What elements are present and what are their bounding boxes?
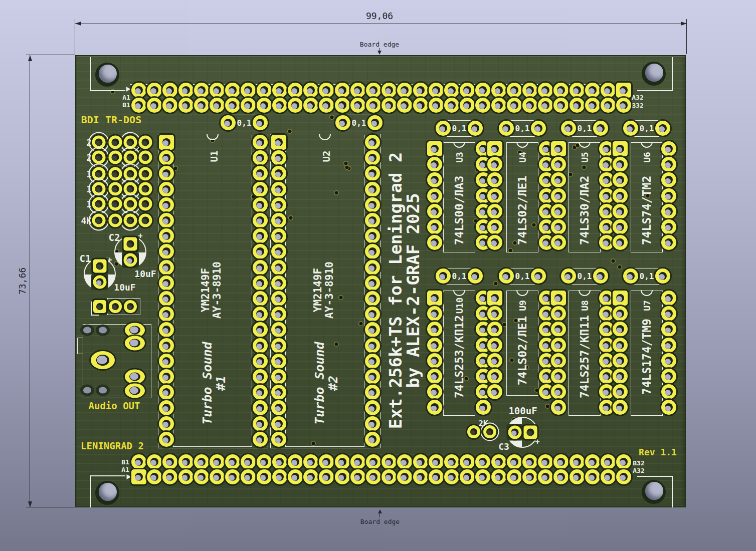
- edge-connector-pad-top-b[interactable]: [288, 98, 303, 113]
- edge-connector-pad-top-b[interactable]: [257, 98, 272, 113]
- edge-connector-pad-bottom-b[interactable]: [460, 454, 475, 469]
- dip40-pad[interactable]: [253, 197, 268, 212]
- edge-connector-pad-top-a[interactable]: [585, 83, 600, 98]
- dip40-pad[interactable]: [365, 369, 380, 384]
- dip40-pad[interactable]: [365, 197, 380, 212]
- decoupling-cap-pad[interactable]: [253, 115, 268, 130]
- cap-negative-pad[interactable]: [508, 426, 522, 439]
- edge-connector-pad-bottom-a[interactable]: [131, 469, 146, 484]
- edge-connector-pad-bottom-b[interactable]: [162, 454, 177, 469]
- dip-pad[interactable]: [427, 204, 442, 219]
- resistor-pad[interactable]: [124, 197, 137, 211]
- dip40-pad[interactable]: [271, 182, 286, 197]
- dip-pad[interactable]: [613, 141, 628, 156]
- dip-pad[interactable]: [487, 322, 502, 337]
- dip-pad[interactable]: [599, 157, 614, 172]
- resistor-pad[interactable]: [92, 197, 106, 211]
- dip40-pad[interactable]: [271, 400, 286, 415]
- dip40-pad[interactable]: [365, 432, 380, 447]
- edge-connector-pad-top-b[interactable]: [475, 98, 490, 113]
- edge-connector-pad-top-a[interactable]: [162, 83, 177, 98]
- edge-connector-pad-top-a[interactable]: [147, 83, 162, 98]
- edge-connector-pad-bottom-b[interactable]: [570, 454, 585, 469]
- decoupling-cap-pad[interactable]: [436, 121, 451, 136]
- dip-pad[interactable]: [551, 353, 566, 368]
- edge-connector-pad-bottom-a[interactable]: [475, 469, 490, 484]
- dip-pad[interactable]: [427, 141, 442, 156]
- dip-pad[interactable]: [487, 384, 502, 399]
- edge-connector-pad-top-a[interactable]: [616, 83, 631, 98]
- edge-connector-pad-bottom-a[interactable]: [522, 469, 537, 484]
- edge-connector-pad-bottom-a[interactable]: [272, 469, 287, 484]
- edge-connector-pad-top-a[interactable]: [382, 83, 397, 98]
- dip-pad[interactable]: [661, 188, 676, 203]
- decoupling-cap-pad[interactable]: [593, 121, 608, 136]
- dip40-pad[interactable]: [159, 291, 174, 306]
- edge-connector-pad-bottom-a[interactable]: [601, 469, 616, 484]
- dip40-pad[interactable]: [271, 244, 286, 259]
- decoupling-cap-pad[interactable]: [436, 268, 451, 284]
- edge-connector-pad-bottom-a[interactable]: [491, 469, 506, 484]
- dip-pad[interactable]: [487, 204, 502, 219]
- dip40-pad[interactable]: [159, 385, 174, 400]
- dip40-pad[interactable]: [159, 354, 174, 369]
- dip40-pad[interactable]: [365, 307, 380, 322]
- edge-connector-pad-top-a[interactable]: [601, 83, 616, 98]
- resistor-pad[interactable]: [109, 214, 122, 227]
- resistor-pad[interactable]: [139, 151, 152, 164]
- resistor-pad[interactable]: [109, 182, 122, 196]
- dip-pad[interactable]: [599, 353, 614, 368]
- decoupling-cap-pad[interactable]: [499, 268, 514, 284]
- resistor-pad[interactable]: [467, 425, 480, 438]
- dip40-pad[interactable]: [253, 135, 268, 150]
- dip40-pad[interactable]: [271, 228, 286, 243]
- dip40-pad[interactable]: [365, 244, 380, 259]
- edge-connector-pad-bottom-a[interactable]: [570, 469, 585, 484]
- edge-connector-pad-bottom-b[interactable]: [131, 454, 146, 469]
- edge-connector-pad-top-b[interactable]: [507, 98, 522, 113]
- edge-connector-pad-top-b[interactable]: [522, 98, 537, 113]
- edge-connector-pad-bottom-a[interactable]: [303, 469, 318, 484]
- dip-pad[interactable]: [551, 235, 566, 250]
- edge-connector-pad-bottom-a[interactable]: [413, 469, 428, 484]
- dip-pad[interactable]: [613, 157, 628, 172]
- dip-pad[interactable]: [427, 338, 442, 353]
- dip40-pad[interactable]: [253, 166, 268, 181]
- dip-pad[interactable]: [661, 204, 676, 219]
- dip40-pad[interactable]: [271, 197, 286, 212]
- dip-pad[interactable]: [487, 188, 502, 203]
- dip-pad[interactable]: [427, 306, 442, 321]
- dip40-pad[interactable]: [159, 432, 174, 447]
- edge-connector-pad-bottom-a[interactable]: [350, 469, 365, 484]
- resistor-pad[interactable]: [139, 167, 152, 181]
- dip40-pad[interactable]: [271, 369, 286, 384]
- edge-connector-pad-top-b[interactable]: [272, 98, 287, 113]
- edge-connector-pad-bottom-a[interactable]: [178, 469, 194, 484]
- edge-connector-pad-bottom-b[interactable]: [601, 454, 616, 469]
- dip-pad[interactable]: [613, 369, 628, 384]
- dip40-pad[interactable]: [159, 197, 174, 212]
- resistor-pad[interactable]: [483, 425, 496, 438]
- dip40-pad[interactable]: [159, 416, 174, 431]
- edge-connector-pad-top-a[interactable]: [444, 83, 459, 98]
- resistor-pad[interactable]: [124, 151, 137, 164]
- dip40-pad[interactable]: [271, 416, 286, 431]
- dip40-pad[interactable]: [253, 369, 268, 384]
- edge-connector-pad-top-a[interactable]: [460, 83, 475, 98]
- edge-connector-pad-bottom-b[interactable]: [522, 454, 537, 469]
- dip-pad[interactable]: [487, 306, 502, 321]
- edge-connector-pad-bottom-b[interactable]: [382, 454, 397, 469]
- dip-pad[interactable]: [427, 219, 442, 234]
- dip-pad[interactable]: [613, 400, 628, 415]
- edge-connector-pad-bottom-b[interactable]: [491, 454, 506, 469]
- dip40-pad[interactable]: [365, 338, 380, 353]
- dip-pad[interactable]: [661, 384, 676, 399]
- edge-connector-pad-top-a[interactable]: [553, 83, 569, 98]
- dip40-pad[interactable]: [365, 322, 380, 337]
- edge-connector-pad-top-b[interactable]: [601, 98, 616, 113]
- edge-connector-pad-top-a[interactable]: [131, 83, 146, 98]
- dip-pad[interactable]: [551, 291, 566, 306]
- dip-pad[interactable]: [551, 400, 566, 415]
- dip-pad[interactable]: [487, 141, 502, 156]
- dip40-pad[interactable]: [365, 276, 380, 291]
